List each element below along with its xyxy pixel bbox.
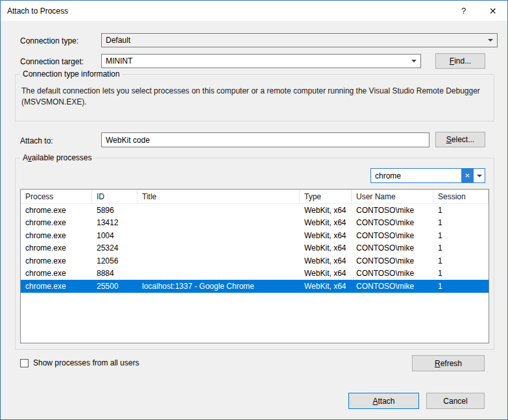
cell-title: localhost:1337 - Google Chrome [138,282,300,291]
cell-id: 1004 [92,231,138,240]
cell-process: chrome.exe [21,243,92,253]
find-button[interactable]: Find... [435,53,485,69]
cell-process: chrome.exe [21,218,92,227]
chevron-down-icon [477,175,482,177]
table-row[interactable]: chrome.exe 5896 WebKit, x64 CONTOSO\mike… [21,204,489,217]
table-row[interactable]: chrome.exe 8884 WebKit, x64 CONTOSO\mike… [21,267,489,280]
column-header-id[interactable]: ID [92,190,138,203]
cell-process: chrome.exe [21,282,92,291]
cell-process: chrome.exe [21,231,92,240]
show-all-users-label: Show processes from all users [33,358,139,367]
cell-session: 1 [433,206,489,215]
cell-id: 5896 [92,206,138,215]
cell-id: 13412 [92,218,138,227]
cell-user: CONTOSO\mike [352,218,433,227]
table-row[interactable]: chrome.exe 1004 WebKit, x64 CONTOSO\mike… [21,229,489,242]
cell-user: CONTOSO\mike [352,243,433,253]
connection-type-value: Default [106,36,130,45]
column-header-user-name[interactable]: User Name [352,190,433,203]
attach-button[interactable]: Attach [348,393,419,409]
connection-target-value: MININT [106,56,132,66]
table-row[interactable]: chrome.exe 25324 WebKit, x64 CONTOSO\mik… [21,242,489,255]
cell-user: CONTOSO\mike [352,269,433,278]
cell-user: CONTOSO\mike [352,206,433,215]
cell-id: 12056 [92,256,138,266]
connection-type-info-group-title: Connection type information [20,69,122,79]
column-header-title[interactable]: Title [138,190,300,203]
cell-type: WebKit, x64 [300,282,352,291]
cell-session: 1 [433,218,489,227]
attach-to-label: Attach to: [20,136,53,145]
cell-user: CONTOSO\mike [352,282,433,291]
help-icon: ? [461,6,466,16]
cell-process: chrome.exe [21,206,92,215]
cell-id: 25500 [92,282,138,291]
cell-session: 1 [433,243,489,253]
titlebar[interactable]: Attach to Process ? ✕ [1,1,507,21]
cell-session: 1 [433,231,489,240]
cell-id: 25324 [92,243,138,253]
connection-type-info-text: The default connection lets you select p… [21,86,485,108]
cell-type: WebKit, x64 [300,243,352,253]
chevron-down-icon [407,55,420,68]
cell-session: 1 [433,256,489,266]
connection-target-combobox[interactable]: MININT [101,54,421,68]
cell-type: WebKit, x64 [300,256,352,266]
chevron-down-icon [484,34,497,47]
caption-buttons: ? ✕ [449,1,507,21]
clear-icon: ✕ [465,172,470,179]
help-button[interactable]: ? [449,1,478,21]
cell-type: WebKit, x64 [300,218,352,227]
connection-target-label: Connection target: [20,57,84,66]
close-icon: ✕ [489,6,497,16]
dialog-attach-to-process: Attach to Process ? ✕ Connection type: D… [0,0,508,420]
cell-process: chrome.exe [21,269,92,278]
clear-search-button[interactable]: ✕ [461,169,474,182]
cell-user: CONTOSO\mike [352,256,433,266]
table-row-selected[interactable]: chrome.exe 25500 localhost:1337 - Google… [21,280,489,293]
cell-type: WebKit, x64 [300,231,352,240]
window-title: Attach to Process [7,6,68,16]
cell-type: WebKit, x64 [300,206,352,215]
table-row[interactable]: chrome.exe 12056 WebKit, x64 CONTOSO\mik… [21,254,489,267]
table-row[interactable]: chrome.exe 13412 WebKit, x64 CONTOSO\mik… [21,217,489,230]
connection-type-select[interactable]: Default [101,33,498,47]
table-body: chrome.exe 5896 WebKit, x64 CONTOSO\mike… [21,204,489,293]
attach-to-input[interactable] [101,132,429,147]
process-search-box: ✕ [370,168,485,183]
cell-session: 1 [433,269,489,278]
column-header-type[interactable]: Type [300,190,352,203]
close-button[interactable]: ✕ [478,1,507,21]
search-dropdown-button[interactable] [474,169,485,182]
cell-session: 1 [433,282,489,291]
column-header-process[interactable]: Process [21,190,92,203]
process-search-input[interactable] [371,171,461,180]
select-button[interactable]: Select... [435,132,485,147]
table-header: Process ID Title Type User Name Session [21,190,489,204]
cell-id: 8884 [92,269,138,278]
connection-type-label: Connection type: [20,36,79,45]
cell-type: WebKit, x64 [300,269,352,278]
cancel-button[interactable]: Cancel [426,393,485,409]
column-header-session[interactable]: Session [433,190,489,203]
cell-process: chrome.exe [21,256,92,266]
show-all-users-option[interactable]: Show processes from all users [20,358,139,367]
refresh-button[interactable]: Refresh [412,355,485,371]
show-all-users-checkbox[interactable] [20,359,29,367]
available-processes-group-title: Available processes [20,153,95,162]
cell-user: CONTOSO\mike [352,231,433,240]
process-table: Process ID Title Type User Name Session … [20,189,489,343]
